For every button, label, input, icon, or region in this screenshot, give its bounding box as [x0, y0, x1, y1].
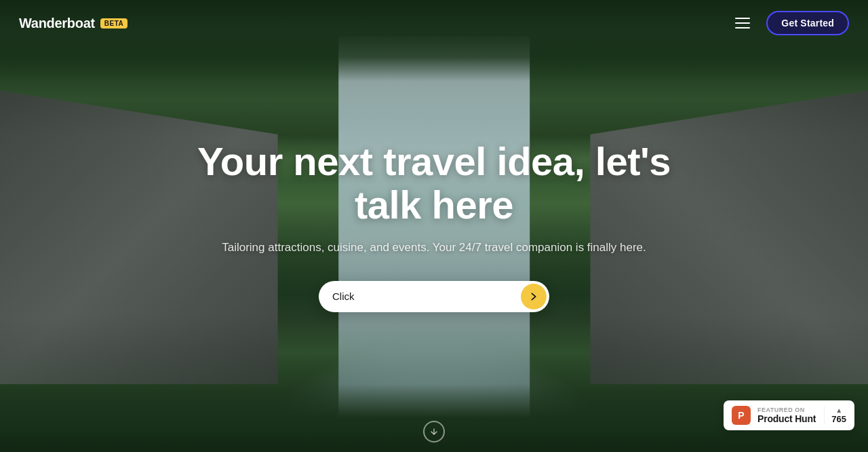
arrow-right-icon [528, 291, 539, 302]
product-hunt-text: FEATURED ON Product Hunt [757, 407, 816, 424]
hero-title: Your next travel idea, let's talk here [170, 140, 698, 227]
beta-badge: beta [100, 18, 127, 29]
menu-button[interactable] [732, 15, 753, 31]
hero-content: Your next travel idea, let's talk here T… [156, 140, 712, 312]
brand-name: Wanderboat [19, 16, 95, 31]
hero-subtitle: Tailoring attractions, cuisine, and even… [170, 239, 698, 257]
search-container [170, 281, 698, 312]
nav-actions: Get Started [732, 11, 849, 35]
hero-section: Wanderboat beta Get Started Your next tr… [0, 0, 868, 452]
get-started-button[interactable]: Get Started [766, 11, 849, 35]
navbar: Wanderboat beta Get Started [0, 0, 868, 46]
search-bar [319, 281, 549, 312]
ph-vote-count: ▲ 765 [824, 407, 846, 424]
scroll-indicator[interactable] [423, 421, 445, 442]
ph-name: Product Hunt [757, 413, 816, 424]
search-input[interactable] [332, 285, 515, 307]
hamburger-line-1 [735, 18, 750, 19]
brand: Wanderboat beta [19, 16, 127, 31]
ph-arrow-icon: ▲ [835, 407, 842, 414]
ph-number: 765 [831, 414, 846, 424]
hamburger-line-3 [735, 27, 750, 29]
scroll-down-icon [429, 427, 439, 436]
ph-featured-label: FEATURED ON [757, 407, 816, 413]
product-hunt-logo: P [732, 406, 751, 425]
search-button[interactable] [521, 284, 547, 309]
hamburger-line-2 [735, 22, 750, 24]
product-hunt-badge[interactable]: P FEATURED ON Product Hunt ▲ 765 [724, 400, 854, 430]
